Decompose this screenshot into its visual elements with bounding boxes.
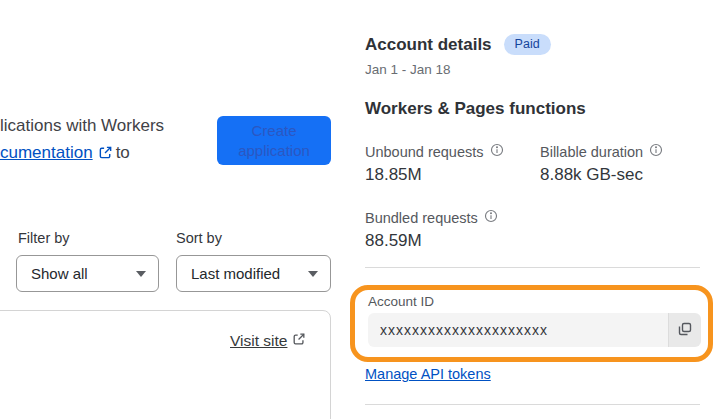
visit-site-label: Visit site [230, 332, 287, 350]
functions-section-title: Workers & Pages functions [365, 99, 586, 119]
external-link-icon [292, 332, 306, 350]
workers-pages-dashboard: lications with Workers cumentationto Cre… [0, 0, 718, 419]
filter-dropdown[interactable]: Show all [16, 255, 159, 292]
info-icon[interactable] [490, 143, 504, 160]
intro-line-1: lications with Workers [0, 112, 164, 139]
sort-dropdown-value: Last modified [191, 265, 280, 282]
visit-site-link[interactable]: Visit site [230, 332, 309, 350]
create-application-button[interactable]: Create application [217, 116, 331, 165]
stat-label-text: Unbound requests [365, 144, 484, 160]
chevron-down-icon [308, 271, 318, 277]
intro-line-2: cumentationto [0, 139, 164, 168]
stat-label-text: Bundled requests [365, 210, 478, 226]
info-icon[interactable] [649, 143, 663, 160]
account-details-title: Account details [365, 35, 492, 55]
plan-badge: Paid [504, 34, 551, 55]
copy-icon [677, 321, 693, 340]
filter-by-label: Filter by [18, 230, 70, 246]
project-card [0, 310, 331, 419]
sort-dropdown[interactable]: Last modified [176, 255, 331, 292]
account-details-header: Account details Paid [365, 34, 551, 55]
chevron-down-icon [136, 271, 146, 277]
account-id-input[interactable] [368, 313, 668, 347]
stat-label-billable: Billable duration [540, 143, 663, 160]
intro-text: lications with Workers cumentationto [0, 112, 164, 168]
copy-button[interactable] [668, 313, 701, 347]
stat-label-text: Billable duration [540, 144, 643, 160]
documentation-link[interactable]: cumentation [0, 143, 93, 162]
stat-value-unbound: 18.85M [365, 165, 422, 185]
date-range: Jan 1 - Jan 18 [365, 62, 451, 77]
stat-value-bundled: 88.59M [365, 231, 422, 251]
account-id-row [368, 313, 701, 347]
stat-label-unbound: Unbound requests [365, 143, 504, 160]
filter-dropdown-value: Show all [31, 265, 88, 282]
manage-api-tokens-link[interactable]: Manage API tokens [365, 366, 491, 382]
account-id-label: Account ID [368, 294, 434, 309]
intro-after-link: to [116, 143, 130, 162]
sort-by-label: Sort by [176, 230, 222, 246]
divider [365, 404, 700, 405]
divider [365, 267, 700, 268]
stat-value-billable: 8.88k GB-sec [540, 165, 643, 185]
stat-label-bundled: Bundled requests [365, 209, 498, 226]
external-link-icon [98, 141, 113, 168]
info-icon[interactable] [484, 209, 498, 226]
